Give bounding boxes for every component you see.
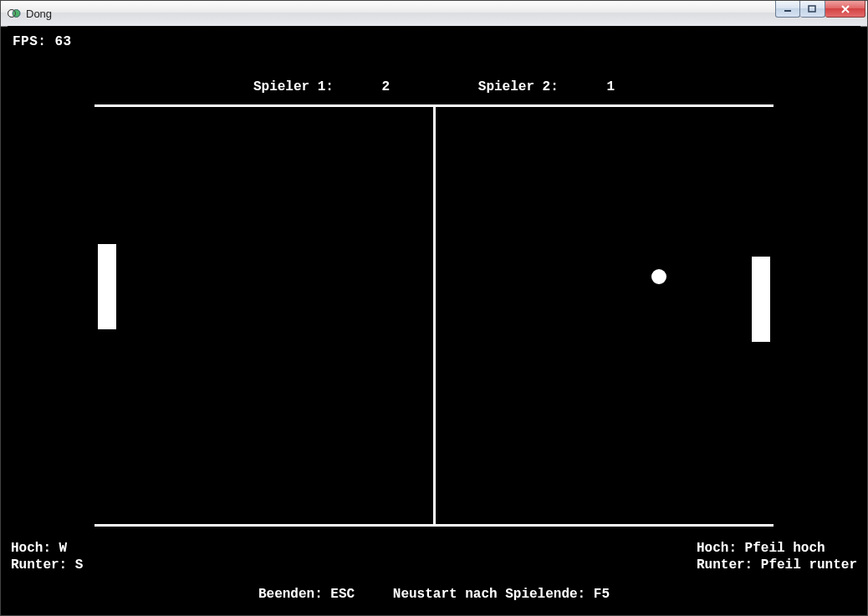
game-surface[interactable]: FPS: 63 Spieler 1: 2 Spieler 2: 1 Hoch: … [8,26,860,608]
score-p2-label: Spieler 2: [478,79,559,94]
hint-p2-up: Hoch: Pfeil hoch [697,540,857,557]
hint-p1-down: Runter: S [11,557,83,573]
svg-point-1 [13,10,20,18]
app-icon [8,7,21,20]
svg-rect-3 [784,10,791,12]
field-center-line [433,104,436,527]
score-p2-value: 1 [606,79,615,94]
close-icon [840,5,850,13]
controls-hint-global: Beenden: ESC Neustart nach Spielende: F5 [8,587,860,602]
window-title: Dong [26,8,52,20]
minimize-button[interactable] [775,1,800,18]
hint-p1-up: Hoch: W [11,540,83,557]
maximize-button[interactable] [800,1,825,18]
minimize-icon [784,5,792,13]
paddle-player1 [98,244,116,329]
fps-label: FPS: [13,34,46,49]
close-button[interactable] [825,1,865,18]
app-window: Dong FPS: 63 [0,0,868,616]
titlebar[interactable]: Dong [1,1,867,27]
score-p1-label: Spieler 1: [253,79,334,94]
window-controls [775,1,865,19]
svg-rect-4 [809,6,815,12]
hint-quit: Beenden: ESC [258,587,355,602]
playfield [94,104,774,527]
controls-hint-p2: Hoch: Pfeil hoch Runter: Pfeil runter [697,540,857,573]
fps-value: 63 [55,34,72,49]
score-p1: Spieler 1: 2 [233,79,410,94]
ball [651,269,666,284]
score-p1-value: 2 [382,79,391,94]
maximize-icon [808,5,817,13]
hint-p2-down: Runter: Pfeil runter [697,557,857,573]
hint-restart: Neustart nach Spielende: F5 [393,587,610,602]
controls-hint-p1: Hoch: W Runter: S [11,540,83,573]
score-p2: Spieler 2: 1 [458,79,635,94]
fps-counter: FPS: 63 [13,34,72,49]
paddle-player2 [752,257,770,342]
scoreboard: Spieler 1: 2 Spieler 2: 1 [8,79,860,94]
